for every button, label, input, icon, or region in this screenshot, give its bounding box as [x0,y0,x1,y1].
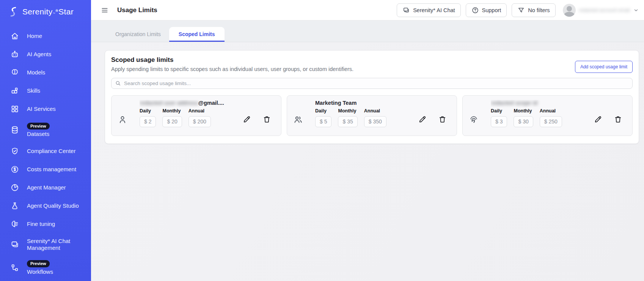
annual-limit-value: $ 200 [188,116,211,127]
sidebar-item-agent-manager[interactable]: Agent Manager [0,178,91,197]
brand-logo[interactable]: Serenity™*Star [0,0,91,21]
sidebar-item-label: Fine tuning [27,221,55,227]
edit-button[interactable] [594,115,602,125]
search-bar [111,78,633,89]
scope-title-redacted: redacted scope id [491,100,537,106]
scope-title: Marketing Team [315,100,451,107]
pie-chart-icon [10,183,19,192]
sidebar-item-workflows[interactable]: Preview Workflows [0,256,91,279]
chat-icon [10,240,19,249]
workflow-icon [10,263,19,272]
edit-button[interactable] [418,115,427,125]
trash-icon [614,115,622,124]
annual-label: Annual [540,108,562,114]
page-title: Usage Limits [117,6,157,14]
serenity-ai-chat-button[interactable]: Serenity* AI Chat [397,3,460,17]
monthly-limit-value: $ 20 [162,116,182,127]
sidebar-item-serenity-ai-chat-management[interactable]: Serenity* AI Chat Management [0,233,91,256]
avatar [563,4,576,17]
sidebar-item-skills[interactable]: Skills [0,82,91,100]
sidebar-item-label: Workflows [27,268,53,275]
sidebar-item-costs-management[interactable]: Costs management [0,160,91,178]
daily-limit-value: $ 3 [491,116,507,127]
content-area: Scoped usage limits Apply spending limit… [91,43,644,281]
button-label: Serenity* AI Chat [413,7,455,13]
pencil-icon [418,115,427,124]
fingerprint-icon [469,115,479,125]
sidebar-item-label: Agent Quality Studio [27,202,79,209]
sidebar-item-ai-services[interactable]: AI Services [0,100,91,118]
header-actions: Serenity* AI Chat Support No filters red… [397,3,639,17]
sidebar-nav: Home AI Agents Models Skills AI Services… [0,21,91,279]
help-circle-icon [471,6,479,14]
brain-icon [10,68,19,77]
chat-icon [402,6,410,14]
filters-button[interactable]: No filters [512,3,555,17]
search-icon [115,80,121,86]
sidebar-item-ai-agents[interactable]: AI Agents [0,45,91,63]
search-input[interactable] [111,78,633,89]
monthly-label: Monthly [338,108,357,114]
sidebar: Serenity™*Star Home AI Agents Models Ski… [0,0,91,281]
sidebar-item-fine-tuning[interactable]: Fine tuning [0,215,91,233]
shield-check-icon [10,147,19,156]
users-icon [293,115,303,125]
home-icon [10,32,19,41]
delete-button[interactable] [262,115,271,125]
scoped-limits-panel: Scoped usage limits Apply spending limit… [105,50,639,144]
button-label: No filters [528,7,550,13]
daily-limit-value: $ 5 [315,116,331,127]
preview-badge: Preview [27,123,50,129]
tab-scoped-limits[interactable]: Scoped Limits [169,27,225,42]
sidebar-item-datasets[interactable]: Preview Datasets [0,118,91,142]
trash-icon [438,115,447,124]
delete-button[interactable] [614,115,622,125]
tab-organization-limits[interactable]: Organization Limits [107,27,169,42]
pencil-icon [242,115,251,124]
delete-button[interactable] [438,115,447,125]
grid-icon [10,104,19,114]
brand-name: Serenity™*Star [22,7,74,16]
menu-toggle-icon[interactable] [101,6,108,14]
annual-limit-value: $ 350 [364,116,386,127]
preview-badge: Preview [27,260,50,267]
monthly-label: Monthly [162,108,182,114]
daily-label: Daily [491,108,507,114]
daily-label: Daily [140,108,156,114]
monthly-label: Monthly [514,108,533,114]
sidebar-item-label: Compliance Center [27,148,75,155]
daily-label: Daily [315,108,331,114]
scoped-limit-cards: redacted user address@gmail.... Daily $ … [111,95,633,136]
sidebar-item-label: Models [27,69,45,76]
flask-icon [10,201,19,210]
serenity-star-logo-icon [8,6,19,18]
scoped-limit-card-custom: redacted scope id Daily $ 3 Monthly $ 30 [462,95,633,136]
annual-label: Annual [188,108,211,114]
monthly-limit-value: $ 35 [338,116,357,127]
sidebar-item-label: Datasets [27,131,49,137]
add-scoped-usage-limit-button[interactable]: Add scoped usage limit [575,61,633,73]
database-icon [10,125,19,134]
chevron-down-icon [633,8,639,13]
dollar-circle-icon [10,165,19,174]
sidebar-item-label: Skills [27,87,40,94]
monthly-limit-value: $ 30 [514,116,533,127]
annual-label: Annual [364,108,386,114]
scope-title: redacted scope id [491,100,627,107]
annual-limit-value: $ 250 [540,116,562,127]
scoped-limit-card-marketing-team: Marketing Team Daily $ 5 Monthly $ 35 [287,95,457,136]
sidebar-item-label: Serenity* AI Chat Management [27,238,84,251]
sidebar-item-models[interactable]: Models [0,63,91,82]
support-button[interactable]: Support [466,3,507,17]
user-menu[interactable]: redacted account email [563,4,639,17]
top-header: Usage Limits Serenity* AI Chat Support N… [91,0,644,21]
user-icon [118,115,127,125]
scope-title: redacted user address@gmail.... [140,100,276,107]
sidebar-item-agent-quality-studio[interactable]: Agent Quality Studio [0,197,91,215]
edit-button[interactable] [242,115,251,125]
sidebar-item-label: Home [27,33,42,39]
funnel-icon [517,6,525,14]
sidebar-item-label: AI Agents [27,51,51,58]
sidebar-item-home[interactable]: Home [0,27,91,45]
sidebar-item-compliance-center[interactable]: Compliance Center [0,142,91,160]
